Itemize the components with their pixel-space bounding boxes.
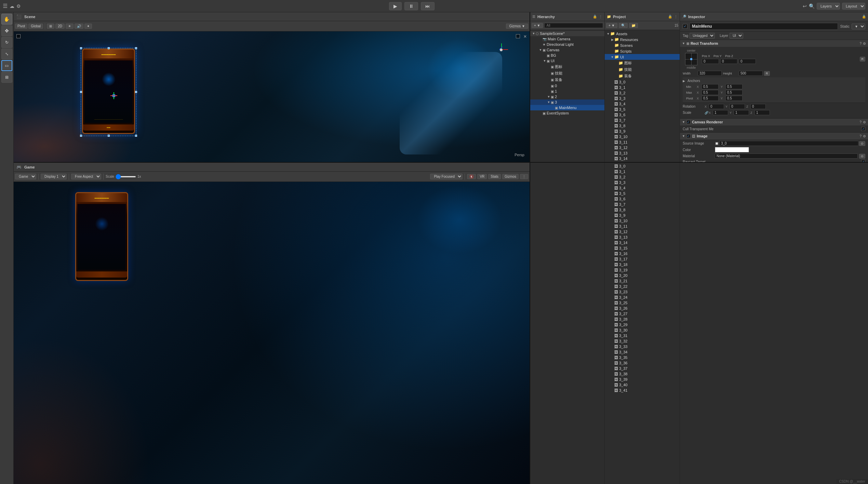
canvas-renderer-header[interactable]: ▼ ✓ Canvas Renderer ? ⚙ <box>680 119 868 125</box>
active-checkbox[interactable]: ✓ <box>683 24 687 29</box>
hierarchy-item-icons[interactable]: ▣ 图标 <box>530 64 604 70</box>
project-item-3_13[interactable]: 🖼3_13 <box>605 150 680 156</box>
project-item-3_24[interactable]: 🖼3_24 <box>605 295 680 300</box>
project-item-3_11[interactable]: 🖼3_11 <box>605 224 680 229</box>
layout-dropdown[interactable]: Layout <box>842 3 865 10</box>
project-item-3_21[interactable]: 🖼3_21 <box>605 278 680 284</box>
pause-button[interactable]: ⏸ <box>404 2 418 10</box>
project-more-icon[interactable]: ⋮ <box>674 15 678 18</box>
project-item-3_16[interactable]: 🖼3_16 <box>605 251 680 256</box>
step-button[interactable]: ⏭ <box>421 2 435 10</box>
hierarchy-more-icon[interactable]: ⋮ <box>599 15 602 18</box>
project-item-3_37[interactable]: 🖼3_37 <box>605 366 680 371</box>
hierarchy-item-main-camera[interactable]: 📷 Main Camera <box>530 36 604 42</box>
scale-tool[interactable]: ⤡ <box>1 49 12 59</box>
game-viewport[interactable]: ▬▬▬▬▬▬ <box>14 182 530 484</box>
project-item-icon-folder[interactable]: 📁 图标 <box>605 60 680 66</box>
hierarchy-item-3[interactable]: ▼ ▣ 3 <box>530 99 604 105</box>
global-button[interactable]: Global <box>28 24 43 29</box>
project-item-3_17[interactable]: 🖼3_17 <box>605 256 680 262</box>
project-item-3_23[interactable]: 🖼3_23 <box>605 289 680 295</box>
more-game-button[interactable]: ⋮ <box>520 174 528 179</box>
project-search-button[interactable]: 🔍 <box>619 23 628 28</box>
game-dropdown[interactable]: Game <box>15 174 36 179</box>
project-item-3_32[interactable]: 🖼3_32 <box>605 338 680 344</box>
light-toggle[interactable]: ☀ <box>66 24 74 29</box>
scale-slider[interactable] <box>116 176 136 177</box>
project-item-3_33[interactable]: 🖼3_33 <box>605 344 680 349</box>
project-item-3_14[interactable]: 🖼3_14 <box>605 240 680 245</box>
hierarchy-item-1[interactable]: ▣ 1 <box>530 89 604 94</box>
posz-input[interactable] <box>739 59 756 64</box>
project-item-3_0[interactable]: 🖼3_0 <box>605 79 680 85</box>
project-item-3_4[interactable]: 🖼3_4 <box>605 185 680 191</box>
cull-transparent-checkbox[interactable]: ✓ <box>861 127 865 131</box>
rect-tool[interactable]: ▭ <box>1 60 12 71</box>
raycast-checkbox[interactable]: ✓ <box>861 160 865 162</box>
hierarchy-item-skills[interactable]: ▣ 技能 <box>530 70 604 77</box>
search-icon[interactable]: 🔍 <box>809 3 815 9</box>
tag-dropdown[interactable]: Untagged <box>690 33 715 39</box>
hierarchy-item-eventsystem[interactable]: ▣ EventSystem <box>530 110 604 116</box>
project-item-3_20[interactable]: 🖼3_20 <box>605 273 680 278</box>
project-item-3_4[interactable]: 🖼3_4 <box>605 101 680 107</box>
project-item-3_35[interactable]: 🖼3_35 <box>605 355 680 360</box>
aspect-select[interactable]: Free Aspect <box>71 174 101 179</box>
project-item-3_1[interactable]: 🖼3_1 <box>605 85 680 90</box>
project-item-3_12[interactable]: 🖼3_12 <box>605 145 680 150</box>
hierarchy-item-equip[interactable]: ▣ 装备 <box>530 77 604 83</box>
close-viewport-icon[interactable]: ✕ <box>523 34 527 39</box>
rect-transform-settings-icon[interactable]: ⚙ <box>863 42 866 45</box>
project-item-3_13[interactable]: 🖼3_13 <box>605 234 680 240</box>
project-item-3_8[interactable]: 🖼3_8 <box>605 207 680 213</box>
image-component-header[interactable]: ▼ ✓ 🖼 Image ? ⚙ <box>680 133 868 139</box>
hierarchy-item-2[interactable]: ▼ ▣ 2 <box>530 94 604 99</box>
hierarchy-item-dir-light[interactable]: ☀ Directional Light <box>530 42 604 47</box>
hierarchy-item-canvas[interactable]: ▼ ▣ Canvas <box>530 47 604 53</box>
project-folder-button[interactable]: 📁 <box>629 23 638 28</box>
project-item-3_10[interactable]: 🖼3_10 <box>605 134 680 139</box>
play-focused-select[interactable]: Play Focused <box>430 174 463 179</box>
rotation-x[interactable] <box>709 104 724 109</box>
project-item-3_15[interactable]: 🖼3_15 <box>605 245 680 251</box>
object-name-input[interactable] <box>690 23 838 30</box>
rect-transform-header[interactable]: ▼ ⊞ Rect Transform ? ⚙ <box>680 40 868 47</box>
project-item-resources[interactable]: ▶ 📁 Resources <box>605 37 680 42</box>
anchor-max-x[interactable] <box>702 90 719 95</box>
grid-button[interactable]: ⊞ <box>47 24 54 29</box>
project-item-3_29[interactable]: 🖼3_29 <box>605 322 680 327</box>
hierarchy-search-input[interactable] <box>544 23 603 28</box>
project-item-3_6[interactable]: 🖼3_6 <box>605 112 680 118</box>
project-item-3_15[interactable]: 🖼3_15 <box>605 161 680 162</box>
project-item-3_27[interactable]: 🖼3_27 <box>605 311 680 317</box>
material-input[interactable] <box>715 153 858 159</box>
hierarchy-lock-icon[interactable]: 🔒 <box>593 15 597 18</box>
cloud-icon[interactable]: ☁ <box>10 3 14 9</box>
audio-toggle[interactable]: 🔊 <box>75 24 83 29</box>
width-input[interactable] <box>698 71 722 76</box>
hierarchy-item-bg[interactable]: ▣ BG <box>530 53 604 58</box>
project-item-3_19[interactable]: 🖼3_19 <box>605 267 680 273</box>
height-input[interactable] <box>739 71 763 76</box>
pivot-x[interactable] <box>702 96 719 101</box>
project-lock-icon[interactable]: 🔒 <box>668 15 672 18</box>
project-item-3_40[interactable]: 🖼3_40 <box>605 382 680 388</box>
source-image-picker[interactable]: ⊙ <box>859 141 865 146</box>
project-item-3_34[interactable]: 🖼3_34 <box>605 349 680 355</box>
project-item-3_36[interactable]: 🖼3_36 <box>605 360 680 366</box>
project-item-3_25[interactable]: 🖼3_25 <box>605 300 680 306</box>
project-item-3_6[interactable]: 🖼3_6 <box>605 196 680 202</box>
display-select[interactable]: Display 1 <box>41 174 67 179</box>
canvas-renderer-help[interactable]: ? <box>859 120 862 124</box>
scale-z[interactable] <box>755 110 770 115</box>
gizmos-game-button[interactable]: Gizmos <box>502 174 519 179</box>
hierarchy-add-button[interactable]: + ▼ <box>532 23 543 28</box>
project-item-3_18[interactable]: 🖼3_18 <box>605 262 680 267</box>
project-item-3_2[interactable]: 🖼3_2 <box>605 90 680 96</box>
pivot-button[interactable]: Pivot <box>15 24 27 29</box>
inspector-lock-icon[interactable]: 🔒 <box>862 15 866 18</box>
project-item-3_38[interactable]: 🖼3_38 <box>605 371 680 377</box>
effects-toggle[interactable]: ✦ <box>84 24 92 29</box>
project-item-3_3[interactable]: 🖼3_3 <box>605 180 680 185</box>
project-item-3_9[interactable]: 🖼3_9 <box>605 129 680 134</box>
